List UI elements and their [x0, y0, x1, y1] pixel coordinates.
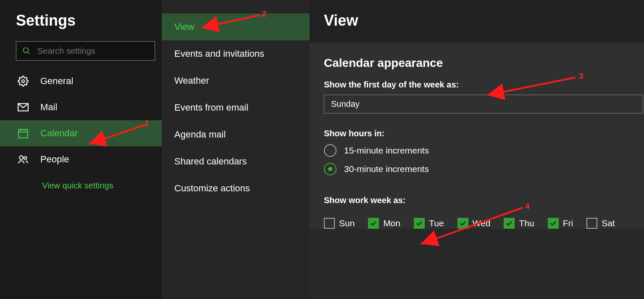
search-input[interactable] — [37, 46, 149, 56]
day-label: Fri — [563, 218, 573, 228]
section-title: Calendar appearance — [324, 56, 644, 70]
day-sun[interactable]: Sun — [324, 218, 355, 229]
subnav-item-events-invitations[interactable]: Events and invitations — [162, 40, 310, 67]
people-icon — [16, 152, 30, 167]
work-week-days: Sun Mon Tue Wed Thu Fri Sat — [324, 218, 644, 229]
view-quick-settings-link[interactable]: View quick settings — [42, 181, 113, 191]
day-fri[interactable]: Fri — [548, 218, 573, 229]
search-field[interactable] — [16, 41, 155, 61]
subnav-item-view[interactable]: View — [162, 13, 310, 40]
day-thu[interactable]: Thu — [504, 218, 534, 229]
subnav-label: Weather — [174, 75, 209, 86]
radio-15-min[interactable]: 15-minute increments — [324, 144, 644, 157]
settings-subnav: View Events and invitations Weather Even… — [162, 0, 310, 299]
search-icon — [22, 47, 31, 55]
svg-point-2 — [22, 80, 25, 83]
annotation-label-2: 2 — [262, 9, 267, 19]
subnav-label: Shared calendars — [174, 156, 247, 167]
day-label: Sat — [602, 218, 615, 228]
subnav-label: Customize actions — [174, 183, 250, 194]
svg-point-15 — [24, 157, 26, 160]
settings-content: View Calendar appearance Show the first … — [310, 0, 644, 299]
subnav-item-agenda-mail[interactable]: Agenda mail — [162, 121, 310, 148]
subnav-label: Events from email — [174, 102, 248, 113]
first-day-select[interactable]: Sunday — [324, 95, 643, 114]
subnav-label: Agenda mail — [174, 129, 226, 140]
day-label: Thu — [519, 218, 534, 228]
settings-title: Settings — [16, 12, 162, 29]
first-day-label: Show the first day of the week as: — [324, 80, 644, 90]
checkbox-icon — [504, 218, 515, 229]
day-label: Mon — [383, 218, 400, 228]
hours-label: Show hours in: — [324, 129, 644, 138]
annotation-label-3: 3 — [579, 71, 584, 81]
radio-30-min[interactable]: 30-minute increments — [324, 163, 644, 175]
checkbox-icon — [324, 218, 335, 229]
gear-icon — [16, 74, 30, 88]
annotation-label-4: 4 — [525, 202, 530, 211]
mail-icon — [16, 100, 30, 114]
day-label: Wed — [473, 218, 491, 228]
checkbox-icon — [457, 218, 468, 229]
sidebar-item-general[interactable]: General — [0, 68, 162, 94]
calendar-icon — [16, 126, 30, 140]
day-tue[interactable]: Tue — [414, 218, 444, 229]
sidebar-item-calendar[interactable]: Calendar — [0, 120, 162, 146]
svg-point-14 — [19, 156, 23, 159]
subnav-item-events-from-email[interactable]: Events from email — [162, 94, 310, 121]
subnav-item-weather[interactable]: Weather — [162, 67, 310, 94]
checkbox-icon — [548, 218, 559, 229]
sidebar-item-label: General — [40, 76, 73, 87]
day-sat[interactable]: Sat — [586, 218, 615, 229]
svg-line-1 — [28, 52, 30, 54]
subnav-item-customize-actions[interactable]: Customize actions — [162, 175, 310, 202]
day-wed[interactable]: Wed — [457, 218, 491, 229]
sidebar-item-label: People — [40, 154, 69, 165]
sidebar-item-mail[interactable]: Mail — [0, 94, 162, 120]
sidebar-item-label: Mail — [40, 102, 57, 113]
radio-icon — [324, 163, 336, 175]
day-mon[interactable]: Mon — [368, 218, 400, 229]
radio-label: 30-minute increments — [344, 164, 429, 174]
day-label: Sun — [339, 218, 355, 228]
subnav-item-shared-calendars[interactable]: Shared calendars — [162, 148, 310, 175]
subnav-label: Events and invitations — [174, 48, 264, 59]
day-label: Tue — [429, 218, 444, 228]
work-week-label: Show work week as: — [324, 196, 644, 205]
sidebar-item-label: Calendar — [40, 128, 78, 139]
subnav-label: View — [174, 21, 194, 32]
sidebar-item-people[interactable]: People — [0, 146, 162, 172]
radio-label: 15-minute increments — [344, 146, 429, 156]
annotation-label-1: 1 — [145, 119, 149, 128]
checkbox-icon — [414, 218, 425, 229]
content-header: View — [310, 0, 644, 41]
radio-icon — [324, 144, 336, 157]
svg-rect-4 — [18, 130, 28, 138]
settings-sidebar: Settings General Mail Calendar — [0, 0, 162, 299]
checkbox-icon — [586, 218, 597, 229]
checkbox-icon — [368, 218, 379, 229]
svg-point-0 — [24, 48, 29, 53]
